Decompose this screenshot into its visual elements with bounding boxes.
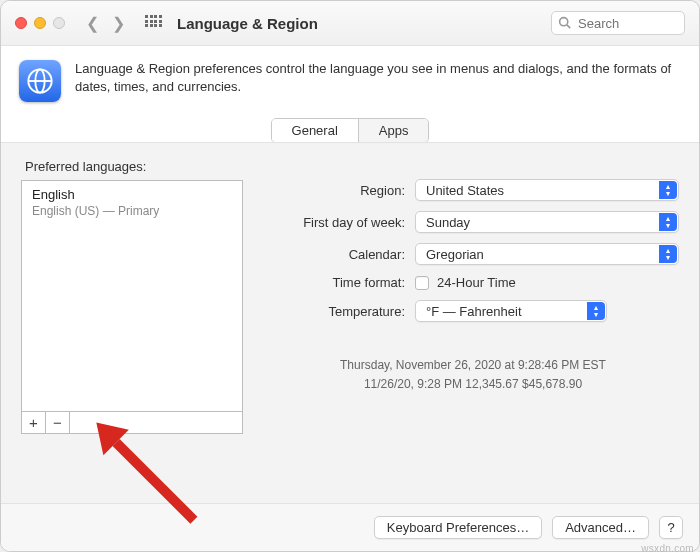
format-samples: Thursday, November 26, 2020 at 9:28:46 P… xyxy=(267,356,679,394)
sample-line-2: 11/26/20, 9:28 PM 12,345.67 $45,678.90 xyxy=(267,375,679,394)
header: Language & Region preferences control th… xyxy=(1,46,699,112)
24-hour-checkbox[interactable] xyxy=(415,276,429,290)
watermark: wsxdn.com xyxy=(641,543,694,552)
calendar-label: Calendar: xyxy=(267,247,415,262)
chevron-up-down-icon xyxy=(659,245,677,263)
first-day-value: Sunday xyxy=(426,215,470,230)
search-field-wrap xyxy=(551,11,685,35)
add-language-button[interactable]: + xyxy=(22,412,46,433)
back-button[interactable]: ❮ xyxy=(81,12,103,34)
keyboard-preferences-button[interactable]: Keyboard Preferences… xyxy=(374,516,542,539)
help-button[interactable]: ? xyxy=(659,516,683,539)
time-format-label: Time format: xyxy=(267,275,415,290)
languages-column: Preferred languages: English English (US… xyxy=(21,157,243,434)
languages-listbox[interactable]: English English (US) — Primary + − xyxy=(21,180,243,434)
temperature-dropdown[interactable]: °F — Fahrenheit xyxy=(415,300,607,322)
chevron-up-down-icon xyxy=(659,213,677,231)
languages-label: Preferred languages: xyxy=(25,159,243,174)
window-title: Language & Region xyxy=(177,15,318,32)
calendar-dropdown[interactable]: Gregorian xyxy=(415,243,679,265)
forward-button: ❯ xyxy=(107,12,129,34)
first-day-dropdown[interactable]: Sunday xyxy=(415,211,679,233)
first-day-label: First day of week: xyxy=(267,215,415,230)
tab-group: General Apps xyxy=(271,118,430,143)
zoom-window-button xyxy=(53,17,65,29)
show-all-icon[interactable] xyxy=(145,15,161,31)
svg-line-1 xyxy=(567,25,570,28)
bottom-bar: Keyboard Preferences… Advanced… ? xyxy=(1,503,699,551)
search-icon xyxy=(558,16,571,32)
advanced-button[interactable]: Advanced… xyxy=(552,516,649,539)
calendar-value: Gregorian xyxy=(426,247,484,262)
language-name: English xyxy=(32,187,232,202)
region-label: Region: xyxy=(267,183,415,198)
temperature-value: °F — Fahrenheit xyxy=(426,304,522,319)
tab-apps[interactable]: Apps xyxy=(359,119,429,142)
preferences-window: ❮ ❯ Language & Region Language & Region … xyxy=(0,0,700,552)
list-item[interactable]: English English (US) — Primary xyxy=(22,181,242,226)
24-hour-label: 24-Hour Time xyxy=(437,275,516,290)
remove-language-button[interactable]: − xyxy=(46,412,70,433)
list-footer: + − xyxy=(22,411,242,433)
chevron-up-down-icon xyxy=(659,181,677,199)
language-detail: English (US) — Primary xyxy=(32,204,232,218)
temperature-label: Temperature: xyxy=(267,304,415,319)
tab-general[interactable]: General xyxy=(272,119,359,142)
content: Preferred languages: English English (US… xyxy=(1,142,699,503)
chevron-up-down-icon xyxy=(587,302,605,320)
nav-buttons: ❮ ❯ xyxy=(81,12,129,34)
region-dropdown[interactable]: United States xyxy=(415,179,679,201)
minimize-window-button[interactable] xyxy=(34,17,46,29)
search-input[interactable] xyxy=(551,11,685,35)
region-value: United States xyxy=(426,183,504,198)
svg-point-0 xyxy=(560,18,568,26)
close-window-button[interactable] xyxy=(15,17,27,29)
header-description: Language & Region preferences control th… xyxy=(75,60,681,96)
titlebar: ❮ ❯ Language & Region xyxy=(1,1,699,46)
tab-row: General Apps xyxy=(1,118,699,143)
globe-icon xyxy=(19,60,61,102)
sample-line-1: Thursday, November 26, 2020 at 9:28:46 P… xyxy=(267,356,679,375)
settings-column: Region: United States First day of week:… xyxy=(267,157,679,434)
window-controls xyxy=(15,17,65,29)
